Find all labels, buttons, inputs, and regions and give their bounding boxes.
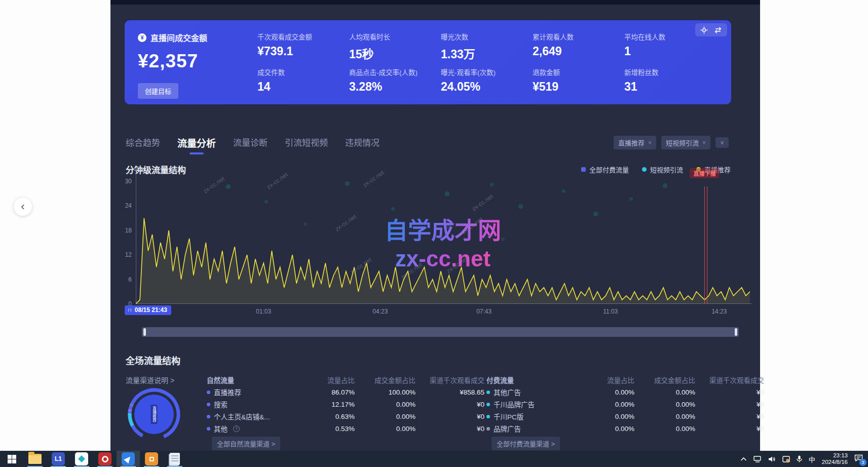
cell-value: 0.00% xyxy=(583,388,634,396)
y-tick: 6 xyxy=(128,276,132,283)
legend-item-全部付费流量[interactable]: 全部付费流量 xyxy=(581,165,629,174)
screenshot-tool-icon[interactable] xyxy=(782,456,790,462)
taskbar-file-explorer[interactable] xyxy=(23,451,47,467)
action-center-icon[interactable]: 3 xyxy=(854,454,863,464)
teal-app-icon xyxy=(75,452,88,465)
time-range-slider[interactable] xyxy=(142,327,739,337)
taskbar-app-red[interactable] xyxy=(93,451,117,467)
ime-indicator[interactable]: 中 xyxy=(809,454,815,464)
table-row[interactable]: 直播推荐86.07%100.00%¥858.65 xyxy=(207,386,484,398)
cell-value: 0.00% xyxy=(583,401,634,408)
cell-value: 0.63% xyxy=(303,413,355,420)
cell-value: ¥0 xyxy=(695,388,764,396)
table-row[interactable]: 千川PC版0.00%0.00%¥0 xyxy=(486,410,764,422)
network-icon[interactable] xyxy=(753,456,762,462)
filter-chip[interactable]: 短视频引流× xyxy=(661,136,710,149)
tab-流量诊断[interactable]: 流量诊断 xyxy=(233,136,268,154)
filter-chip[interactable]: 直播推荐× xyxy=(614,136,656,149)
table-row[interactable]: 其他?0.53%0.00%¥0 xyxy=(207,422,484,435)
create-goal-button[interactable]: 创建目标 xyxy=(138,83,178,99)
all-paid-channels-link[interactable]: 全部付费流量渠道 > xyxy=(492,437,560,450)
x-tick: 14:23 xyxy=(711,308,727,315)
minute-traffic-chart[interactable]: 3024181260 自学成才网 zx-cc.net zx-cc.netzx-c… xyxy=(136,176,750,304)
dashboard-window: ¥ 直播间成交金额 ¥2,357 创建目标 千次观看成交金额 ¥739.1人均观… xyxy=(110,0,760,451)
metric: 人均观看时长 15秒 xyxy=(349,31,441,63)
chevron-left-icon: ‹ xyxy=(21,200,24,213)
metric-value: 31 xyxy=(624,80,716,94)
grip-icon: ⁝⁝ xyxy=(128,307,132,313)
traffic-section-title: 全场流量结构 xyxy=(126,354,180,367)
metric-label: 曝光-观看率(次数) xyxy=(441,67,533,77)
volume-icon[interactable] xyxy=(768,456,776,462)
cell-value: 0.00% xyxy=(634,401,695,408)
back-button[interactable]: ‹ xyxy=(14,198,32,216)
legend-item-短视频引流[interactable]: 短视频引流 xyxy=(642,165,683,174)
cursor-app-icon xyxy=(122,452,135,465)
taskbar-clock[interactable]: 23:13 2024/8/16 xyxy=(822,452,848,465)
tray-expand-chevron[interactable] xyxy=(740,457,747,461)
metric-label: 曝光次数 xyxy=(441,31,533,42)
cell-value: 0.00% xyxy=(634,388,695,396)
cell-value: 0.00% xyxy=(355,425,416,433)
start-button[interactable] xyxy=(0,451,23,467)
stats-card: ¥ 直播间成交金额 ¥2,357 创建目标 千次观看成交金额 ¥739.1人均观… xyxy=(125,20,731,104)
metric-value: 2,649 xyxy=(533,45,624,58)
cell-value: 100.00% xyxy=(355,388,416,396)
taskbar-notepad[interactable] xyxy=(163,451,186,467)
taskbar-app-teal[interactable] xyxy=(70,451,93,467)
taskbar-app-blue-cursor[interactable] xyxy=(117,451,140,467)
slider-handle-left[interactable] xyxy=(143,328,146,336)
metric-label: 平均在线人数 xyxy=(624,31,716,42)
close-icon[interactable]: × xyxy=(702,139,706,146)
natural-traffic-table: 自然流量流量占比成交金额占比渠道千次观看成交直播推荐86.07%100.00%¥… xyxy=(207,374,484,435)
column-header: 付费流量 xyxy=(486,375,583,385)
folder-icon xyxy=(28,454,42,464)
slider-handle-right[interactable] xyxy=(735,328,737,336)
metric-value: 1 xyxy=(624,45,716,58)
tab-违规情况[interactable]: 违规情况 xyxy=(345,136,380,154)
x-axis-labels: ⁝⁝ 08/15 21:43 01:0304:2307:4311:0314:23 xyxy=(136,304,750,317)
channel-dot xyxy=(486,415,490,418)
metric: 平均在线人数 1 xyxy=(624,31,716,63)
column-header: 流量占比 xyxy=(583,375,634,385)
metric-label: 千次观看成交金额 xyxy=(257,31,349,42)
table-row[interactable]: 个人主页&店铺&...0.63%0.00%¥0 xyxy=(207,410,484,422)
taskbar-app-orange[interactable] xyxy=(140,451,163,467)
tab-综合趋势[interactable]: 综合趋势 xyxy=(126,136,160,154)
metric: 新增粉丝数 31 xyxy=(624,67,716,98)
x-tick: 01:03 xyxy=(256,308,271,315)
taskbar-app-l1[interactable]: L1 xyxy=(47,451,70,467)
close-icon[interactable]: × xyxy=(648,139,652,146)
column-header: 成交金额占比 xyxy=(355,375,416,385)
cell-value: ¥0 xyxy=(695,401,764,408)
tab-引流短视频[interactable]: 引流短视频 xyxy=(285,136,328,154)
channel-dot xyxy=(207,391,210,394)
metric: 千次观看成交金额 ¥739.1 xyxy=(257,31,349,63)
cell-value: ¥858.65 xyxy=(416,388,484,396)
windows-taskbar: L1 xyxy=(0,451,868,467)
channel-dot xyxy=(207,403,210,406)
metric-value: 24.05% xyxy=(441,80,533,94)
help-icon[interactable]: ? xyxy=(233,425,240,432)
microphone-icon[interactable] xyxy=(797,455,802,462)
cell-value: 0.00% xyxy=(583,413,634,420)
tab-流量分析[interactable]: 流量分析 xyxy=(177,136,216,154)
y-tick: 18 xyxy=(125,227,132,234)
column-header: 渠道千次观看成交 xyxy=(695,375,764,385)
channel-explain-link[interactable]: 流量渠道说明 > xyxy=(126,375,174,385)
table-row[interactable]: 搜索12.17%0.00%¥0 xyxy=(207,398,484,410)
table-row[interactable]: 千川品牌广告0.00%0.00%¥0 xyxy=(486,398,764,410)
traffic-donut-chart[interactable]: 直播推荐 xyxy=(125,386,183,443)
red-ring-app-icon xyxy=(98,452,111,465)
stream-end-marker: 直播下播 xyxy=(704,179,707,304)
table-row[interactable]: 品牌广告0.00%0.00%¥0 xyxy=(486,422,764,435)
y-tick: 12 xyxy=(125,251,132,258)
metric-value: ¥519 xyxy=(533,80,624,94)
table-row[interactable]: 其他广告0.00%0.00%¥0 xyxy=(486,386,764,398)
brush-start-badge[interactable]: ⁝⁝ 08/15 21:43 xyxy=(125,305,171,315)
chevron-down-icon[interactable]: ∨ xyxy=(715,137,729,148)
all-natural-channels-link[interactable]: 全部自然流量渠道 > xyxy=(212,437,280,450)
metric-label: 商品点击-成交率(人数) xyxy=(349,67,441,77)
y-tick: 30 xyxy=(125,178,132,185)
metric-value: 15秒 xyxy=(349,45,441,62)
